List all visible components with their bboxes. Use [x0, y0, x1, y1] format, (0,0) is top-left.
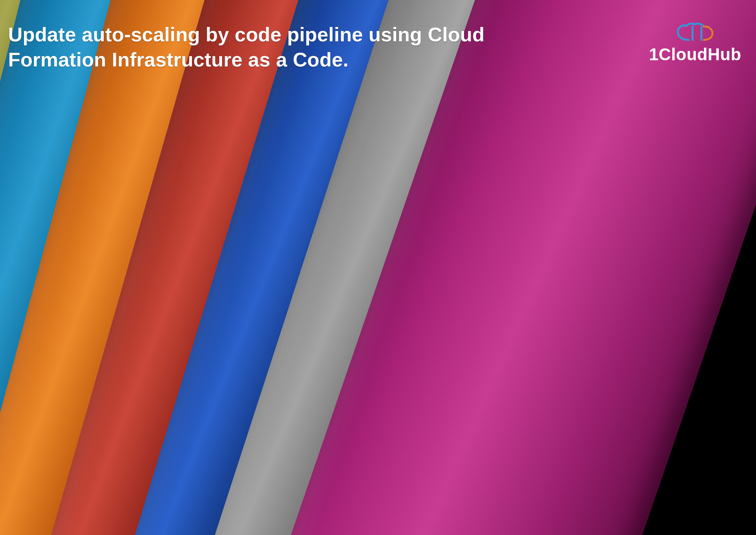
brand-name: 1CloudHub	[649, 44, 741, 64]
fabric-background	[0, 0, 756, 535]
brand-logo: 1CloudHub	[649, 22, 741, 64]
headline-text: Update auto-scaling by code pipeline usi…	[8, 23, 485, 71]
cloud-icon	[675, 22, 715, 42]
headline: Update auto-scaling by code pipeline usi…	[8, 22, 564, 72]
image-canvas: Update auto-scaling by code pipeline usi…	[0, 0, 756, 535]
headline-period: .	[343, 48, 348, 71]
